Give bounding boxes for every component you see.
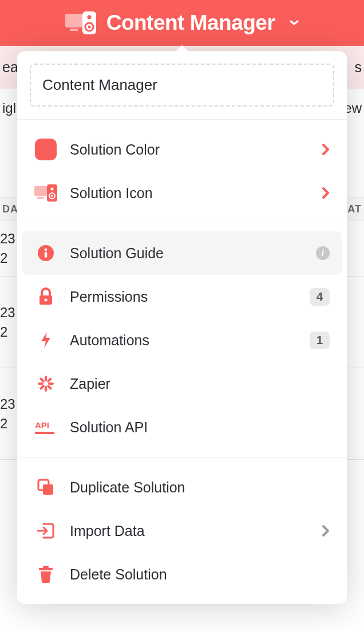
trash-icon [34,563,57,586]
solution-api-item[interactable]: API Solution API [22,405,342,449]
menu-label: Import Data [70,523,309,539]
lightning-icon [34,329,57,352]
menu-label: Permissions [70,289,297,305]
solution-devices-icon [34,182,57,204]
solution-color-item[interactable]: Solution Color [22,128,342,171]
menu-label: Delete Solution [70,566,330,583]
menu-label: Zapier [70,376,330,392]
svg-rect-14 [45,252,47,258]
solution-name-wrap [17,51,347,120]
duplicate-solution-item[interactable]: Duplicate Solution [22,466,342,509]
svg-rect-26 [35,432,54,434]
svg-rect-1 [70,29,78,31]
permissions-item[interactable]: Permissions 4 [22,275,342,318]
svg-rect-29 [43,566,49,568]
automations-count-badge: 1 [310,332,330,349]
svg-rect-7 [37,197,44,199]
chevron-right-icon [322,187,330,199]
chevron-down-icon [290,20,299,26]
app-header[interactable]: Content Manager [0,0,364,46]
solution-settings-popover: Solution Color Solution Icon [17,51,347,604]
svg-rect-18 [45,386,47,392]
lock-icon [34,285,57,308]
chevron-right-icon [322,143,330,156]
col-left: DA [2,203,18,215]
color-swatch-icon [34,138,57,161]
svg-rect-24 [46,384,52,390]
svg-point-11 [51,195,53,197]
svg-rect-23 [39,377,45,383]
automations-item[interactable]: Automations 1 [22,318,342,362]
svg-point-16 [45,299,48,302]
svg-rect-17 [45,376,47,381]
popover-arrow [175,45,189,52]
permissions-count-badge: 4 [310,288,330,306]
svg-rect-22 [39,384,45,390]
actions-section: Duplicate Solution Import Data [17,457,347,604]
menu-label: Solution API [70,419,330,436]
appearance-section: Solution Color Solution Icon [17,120,347,223]
menu-label: Duplicate Solution [70,479,330,496]
subheader-left-text: ea [2,59,18,76]
import-data-item[interactable]: Import Data [22,509,342,553]
menu-label: Solution Icon [70,185,309,202]
menu-label: Solution Guide [70,245,303,262]
settings-section: Solution Guide i Permissions 4 [17,223,347,457]
svg-rect-19 [38,382,43,385]
api-icon: API [34,416,57,439]
info-hint-icon: i [316,246,330,260]
svg-text:API: API [35,420,49,430]
menu-label: Solution Color [70,141,309,158]
subheader-right-text: s [355,59,362,76]
svg-rect-20 [48,382,54,385]
col-right: AT [347,203,362,215]
solution-icon-item[interactable]: Solution Icon [22,171,342,215]
svg-rect-28 [43,484,53,495]
import-icon [34,519,57,542]
svg-point-3 [87,15,91,19]
app-title: Content Manager [106,11,275,35]
solution-name-input[interactable] [30,64,334,107]
delete-solution-item[interactable]: Delete Solution [22,553,342,596]
solution-devices-icon [65,11,96,34]
duplicate-icon [34,476,57,499]
svg-rect-30 [39,568,53,570]
svg-rect-6 [34,186,47,196]
info-icon [34,242,57,265]
svg-rect-21 [46,377,52,383]
menu-label: Automations [70,332,297,349]
solution-guide-item[interactable]: Solution Guide i [22,231,342,275]
chevron-right-icon [322,524,330,537]
zapier-item[interactable]: Zapier [22,362,342,405]
svg-point-5 [88,26,90,29]
svg-rect-0 [65,14,82,27]
zapier-icon [34,372,57,395]
svg-point-9 [51,188,54,191]
strip-left-text: igl [2,100,16,198]
svg-point-13 [45,249,48,251]
